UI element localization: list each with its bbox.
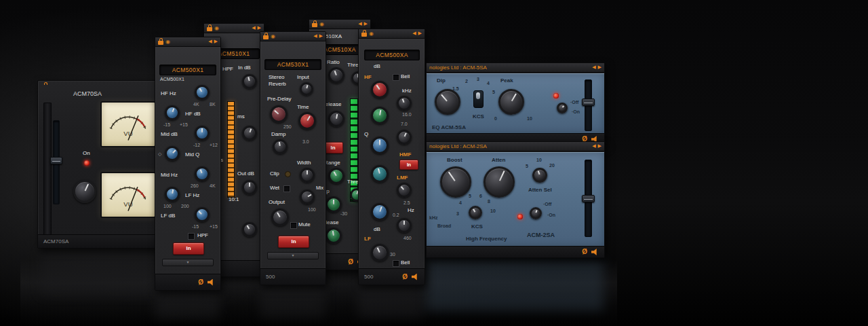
lmf-gain-knob[interactable]: [371, 165, 389, 183]
hf-gain-knob[interactable]: [371, 81, 389, 98]
speaker-icon[interactable]: [591, 249, 599, 255]
input-knob[interactable]: [300, 82, 313, 96]
lock-icon[interactable]: [207, 27, 212, 31]
exp-knob[interactable]: [326, 196, 342, 213]
hf-hz-knob[interactable]: [195, 85, 210, 100]
power-icon[interactable]: ◉: [369, 31, 374, 37]
output-knob[interactable]: [73, 180, 96, 203]
attack-knob[interactable]: [242, 126, 257, 141]
titlebar[interactable]: ◉ ◀ ▶: [204, 24, 264, 33]
phase-icon[interactable]: Ø: [348, 259, 353, 266]
phase-icon[interactable]: Ø: [402, 274, 408, 280]
range-knob[interactable]: [328, 168, 344, 184]
arrow-right-icon[interactable]: ▶: [598, 144, 601, 149]
hmf-in-button[interactable]: In: [399, 160, 418, 170]
power-icon[interactable]: ◉: [271, 34, 275, 39]
arrow-left-icon[interactable]: ◀: [358, 22, 361, 26]
titlebar[interactable]: ◉ ◀ ▶: [260, 32, 326, 41]
lock-icon[interactable]: [158, 41, 163, 45]
width-knob[interactable]: [300, 168, 315, 183]
pre-delay-knob[interactable]: [270, 105, 288, 123]
collapse-button[interactable]: ▾: [267, 252, 319, 259]
mid-hz-knob[interactable]: [195, 166, 210, 181]
titlebar[interactable]: nologies Ltd : ACM-2SA ◀ ▶: [427, 142, 604, 151]
output-fader-handle[interactable]: [582, 195, 595, 202]
power-switch-knob[interactable]: [530, 207, 542, 219]
in-button[interactable]: In: [278, 236, 309, 248]
mid-hz-label: Mid Hz: [161, 172, 178, 178]
arrow-right-icon[interactable]: ▶: [319, 34, 323, 39]
arrow-left-icon[interactable]: ◀: [592, 144, 595, 149]
arrow-left-icon[interactable]: ◀: [412, 31, 416, 36]
titlebar[interactable]: ◉ ◀ ▶: [359, 29, 425, 39]
phase-icon[interactable]: Ø: [198, 279, 203, 286]
power-icon[interactable]: ◉: [165, 39, 170, 45]
peak-knob[interactable]: [498, 89, 524, 115]
preset-title[interactable]: ACM530X1: [264, 59, 321, 70]
dip-knob[interactable]: [435, 89, 460, 115]
hf-db-knob[interactable]: [165, 105, 180, 120]
titlebar[interactable]: ◉ ◀ ▶: [309, 20, 370, 29]
wet-checkbox[interactable]: [283, 185, 290, 192]
lmf-freq-knob[interactable]: [397, 183, 412, 198]
arrow-right-icon[interactable]: ▶: [598, 65, 601, 70]
mid-db-knob[interactable]: [195, 126, 210, 141]
left-fader-handle[interactable]: [50, 157, 62, 164]
atten-sel-knob[interactable]: [532, 168, 547, 183]
preset-title[interactable]: ACM500XA: [364, 50, 420, 60]
time-knob[interactable]: [298, 112, 316, 130]
lock-icon[interactable]: [312, 23, 317, 27]
kcs-switch[interactable]: [473, 90, 484, 108]
hf-freq-knob[interactable]: [397, 96, 412, 111]
hmf-q-knob[interactable]: [371, 137, 389, 154]
lf-freq-knob[interactable]: [397, 218, 412, 233]
output-fader-handle[interactable]: [582, 98, 595, 106]
collapse-button[interactable]: ▾: [162, 259, 214, 266]
mix-knob[interactable]: [300, 189, 315, 204]
mute-checkbox[interactable]: [290, 222, 297, 229]
lf-db-knob[interactable]: [195, 207, 210, 222]
speaker-icon[interactable]: [208, 279, 215, 286]
preset-title[interactable]: ACM500X1: [159, 65, 216, 75]
exp-release-knob[interactable]: [326, 228, 342, 244]
hf-bell-checkbox[interactable]: [393, 74, 399, 81]
power-icon[interactable]: ◉: [319, 22, 324, 27]
atten-knob[interactable]: [484, 166, 515, 198]
output-knob[interactable]: [271, 209, 289, 226]
titlebar[interactable]: ◉ ◀ ▶: [155, 37, 220, 47]
hmf-gain-knob[interactable]: [371, 107, 389, 124]
lf-gain-knob[interactable]: [371, 244, 389, 261]
input-gain-knob[interactable]: [242, 74, 257, 89]
phase-icon[interactable]: Ø: [582, 249, 587, 255]
lf-hz-knob[interactable]: [165, 187, 180, 202]
titlebar[interactable]: nologies Ltd : ACM-5SA ◀ ▶: [427, 63, 604, 73]
arrow-right-icon[interactable]: ▶: [214, 39, 218, 44]
power-switch-knob[interactable]: [557, 103, 568, 113]
arrow-left-icon[interactable]: ◀: [313, 34, 317, 39]
hmf-freq-knob[interactable]: [397, 130, 412, 145]
output-gain-knob[interactable]: [242, 180, 257, 195]
mid-q-knob[interactable]: [165, 146, 180, 161]
arrow-left-icon[interactable]: ◀: [252, 26, 255, 31]
arrow-right-icon[interactable]: ▶: [418, 31, 422, 36]
arrow-right-icon[interactable]: ▶: [364, 22, 368, 26]
lf-bell-checkbox[interactable]: [393, 260, 399, 267]
ratio-knob[interactable]: [242, 222, 257, 237]
hpf-checkbox[interactable]: [188, 233, 195, 240]
arrow-left-icon[interactable]: ◀: [208, 39, 212, 44]
release-knob[interactable]: [328, 111, 344, 127]
arrow-left-icon[interactable]: ◀: [592, 65, 595, 70]
boost-knob[interactable]: [440, 166, 471, 198]
arrow-right-icon[interactable]: ▶: [258, 26, 261, 31]
power-icon[interactable]: ◉: [214, 26, 219, 31]
in-button[interactable]: In: [173, 242, 204, 255]
kcs-frequency-knob[interactable]: [469, 206, 482, 219]
damp-knob[interactable]: [273, 139, 288, 154]
lmf-q-knob[interactable]: [371, 203, 389, 221]
speaker-icon[interactable]: [412, 274, 419, 280]
ratio-knob[interactable]: [328, 67, 344, 84]
on-led[interactable]: [84, 160, 90, 166]
kcs-scale-3: 3: [477, 77, 479, 82]
lock-icon[interactable]: [263, 35, 269, 39]
lock-icon[interactable]: [361, 33, 367, 37]
